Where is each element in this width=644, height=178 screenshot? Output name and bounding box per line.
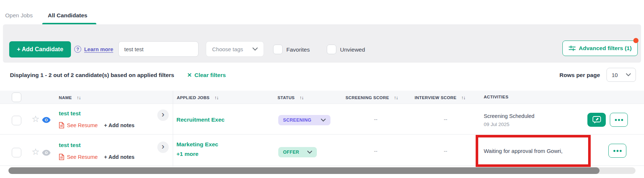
- all-candidates-page: Open Jobs All Candidates + Add Candidate…: [0, 0, 644, 178]
- activity-date: 09 Jul 2025: [484, 122, 509, 127]
- row-checkbox[interactable]: [12, 116, 21, 125]
- status-badge-label: OFFER: [283, 150, 299, 155]
- column-header-screening-score: SCREENING SCORE ↑↓: [346, 95, 398, 100]
- horizontal-scrollbar-thumb[interactable]: [8, 167, 600, 174]
- see-resume-label: See Resume: [67, 122, 98, 128]
- learn-more-link[interactable]: ? Learn more: [74, 46, 113, 53]
- column-header-status: STATUS ↑↓: [278, 95, 304, 100]
- column-header-activities: ACTIVITIES: [484, 95, 508, 99]
- choose-tags-dropdown[interactable]: Choose tags: [206, 41, 264, 57]
- add-notes-button[interactable]: + Add notes: [104, 122, 135, 128]
- column-header-label: STATUS: [278, 95, 295, 100]
- status-badge[interactable]: SCREENING: [278, 115, 330, 125]
- question-mark-icon: ?: [74, 46, 81, 53]
- eye-viewed-icon[interactable]: [42, 117, 51, 123]
- rows-per-page-value: 10: [612, 72, 618, 78]
- column-header-name: NAME ↑↓: [59, 95, 80, 100]
- see-resume-link[interactable]: See Resume: [59, 122, 98, 129]
- sort-icon[interactable]: ↑↓: [461, 95, 465, 100]
- eye-unviewed-icon[interactable]: [42, 150, 51, 156]
- row-checkbox[interactable]: [12, 148, 21, 157]
- interview-score-value: --: [441, 148, 450, 154]
- feedback-button[interactable]: [587, 113, 606, 127]
- favorites-label: Favorites: [286, 46, 310, 53]
- filter-sliders-icon: [569, 45, 576, 51]
- column-header-interview-score: INTERVIEW SCORE ↑↓: [415, 95, 465, 100]
- rows-per-page-label: Rows per page: [559, 72, 600, 78]
- candidate-name-link[interactable]: test test: [59, 142, 80, 149]
- favorites-checkbox[interactable]: [273, 45, 283, 54]
- star-icon[interactable]: ☆: [32, 147, 40, 156]
- add-notes-button[interactable]: + Add notes: [104, 154, 135, 160]
- expand-row-button[interactable]: ›: [157, 109, 169, 121]
- filter-alert-dot: [633, 38, 638, 43]
- select-all-checkbox[interactable]: [12, 93, 21, 102]
- clear-filters-button[interactable]: ✕ Clear filters: [187, 72, 226, 78]
- unviewed-label: Unviewed: [340, 46, 365, 53]
- column-header-label: SCREENING SCORE: [346, 95, 389, 100]
- feedback-chat-pencil-icon: [593, 116, 601, 124]
- column-header-label: APPLIED JOBS: [177, 95, 210, 100]
- chevron-down-icon: [307, 151, 312, 154]
- advanced-filters-button[interactable]: Advanced filters (1): [562, 41, 638, 56]
- row-actions-menu-button[interactable]: [608, 144, 626, 158]
- column-header-label: ACTIVITIES: [484, 95, 508, 99]
- column-divider: [173, 91, 173, 167]
- toolbar: [3, 24, 641, 63]
- row-divider: [0, 134, 644, 135]
- document-icon: [59, 154, 64, 160]
- interview-score-value: --: [441, 116, 450, 122]
- screening-score-value: --: [371, 148, 380, 154]
- close-icon: ✕: [187, 72, 192, 78]
- chevron-down-icon: [321, 119, 326, 122]
- column-header-label: INTERVIEW SCORE: [415, 95, 457, 100]
- star-icon[interactable]: ☆: [32, 115, 40, 123]
- sort-icon[interactable]: ↑↓: [394, 95, 398, 100]
- column-header-applied-jobs: APPLIED JOBS ↑↓: [177, 95, 218, 100]
- learn-more-label: Learn more: [84, 46, 113, 52]
- applied-job-link[interactable]: Recruitment Exec: [176, 116, 225, 123]
- status-badge[interactable]: OFFER: [278, 147, 317, 157]
- rows-per-page-select[interactable]: 10: [607, 68, 636, 82]
- sort-icon[interactable]: ↑↓: [214, 95, 218, 100]
- expand-row-button[interactable]: ›: [157, 142, 169, 153]
- choose-tags-label: Choose tags: [212, 46, 243, 52]
- see-resume-link[interactable]: See Resume: [59, 154, 98, 160]
- ellipsis-icon: [615, 119, 623, 121]
- chevron-down-icon: [626, 73, 631, 76]
- chevron-down-icon: [253, 48, 258, 51]
- screening-score-value: --: [371, 116, 380, 122]
- chevron-right-icon: ›: [162, 111, 164, 119]
- row-actions-menu-button[interactable]: [610, 113, 628, 127]
- red-highlight-box: Waiting for approval from Gowri,: [476, 135, 591, 167]
- tab-all-candidates[interactable]: All Candidates: [48, 12, 87, 19]
- candidate-search-input[interactable]: [118, 41, 198, 57]
- ellipsis-icon: [613, 150, 622, 152]
- activity-title: Screening Scheduled: [484, 113, 534, 119]
- add-candidate-button[interactable]: + Add Candidate: [9, 41, 71, 57]
- see-resume-label: See Resume: [67, 154, 98, 160]
- sort-icon[interactable]: ↑↓: [300, 95, 304, 100]
- applied-job-link[interactable]: Marketing Exec: [176, 141, 218, 148]
- activity-title: Waiting for approval from Gowri,: [484, 148, 563, 154]
- chevron-right-icon: ›: [162, 143, 164, 151]
- column-header-label: NAME: [59, 95, 72, 100]
- advanced-filters-label: Advanced filters (1): [579, 45, 632, 52]
- document-icon: [59, 122, 64, 129]
- table-header-row: [0, 91, 644, 104]
- more-jobs-link[interactable]: +1 more: [176, 151, 198, 157]
- tab-open-jobs[interactable]: Open Jobs: [5, 12, 33, 19]
- results-summary: Displaying 1 - 2 out of 2 candidate(s) b…: [10, 72, 174, 78]
- sort-icon[interactable]: ↑↓: [76, 95, 80, 100]
- clear-filters-label: Clear filters: [194, 72, 226, 78]
- candidate-name-link[interactable]: test test: [59, 110, 80, 117]
- unviewed-checkbox[interactable]: [327, 45, 336, 54]
- status-badge-label: SCREENING: [283, 118, 311, 123]
